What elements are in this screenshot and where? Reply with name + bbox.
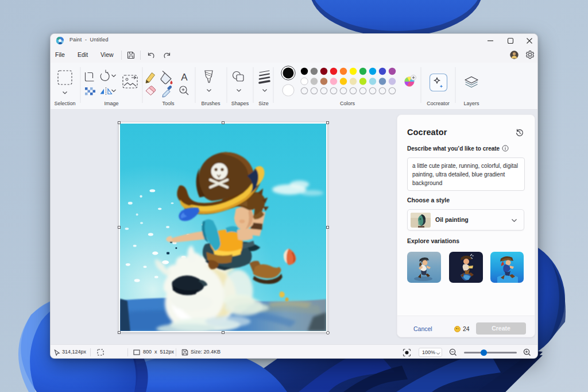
svg-text:A: A [181, 72, 188, 83]
